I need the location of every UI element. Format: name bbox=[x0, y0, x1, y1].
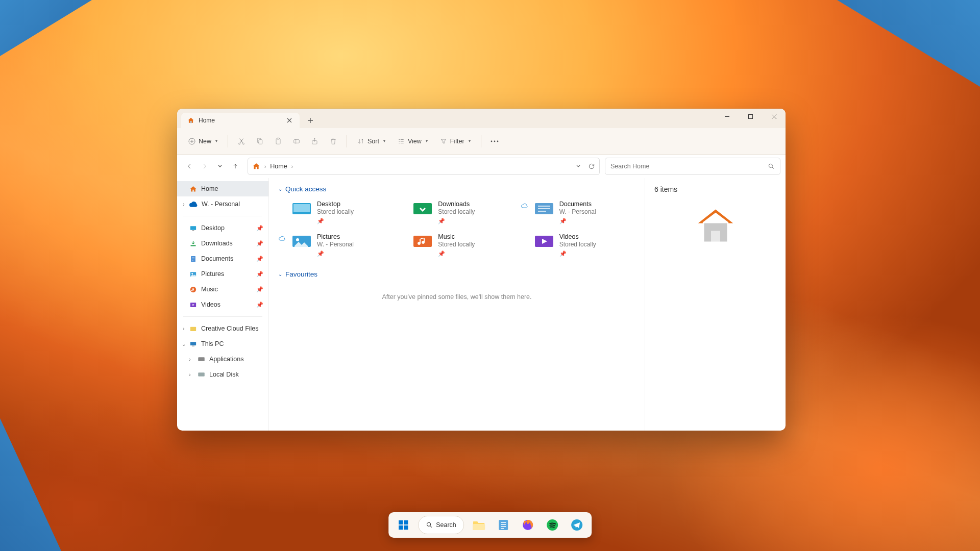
svg-rect-24 bbox=[192, 345, 194, 346]
section-favourites[interactable]: ⌄ Favourites bbox=[278, 270, 635, 278]
up-button[interactable] bbox=[228, 159, 242, 173]
toolbar-separator bbox=[228, 135, 228, 147]
cut-button[interactable] bbox=[233, 134, 250, 148]
taskbar-telegram[interactable] bbox=[567, 515, 586, 535]
item-count: 6 items bbox=[654, 185, 776, 193]
close-window-button[interactable] bbox=[762, 109, 786, 124]
folder-icon bbox=[189, 325, 197, 333]
home-icon bbox=[252, 162, 260, 170]
filter-button[interactable]: Filter▾ bbox=[435, 135, 476, 148]
sidebar-item-desktop[interactable]: Desktop📌 bbox=[177, 220, 268, 236]
sidebar-item-label: Applications bbox=[209, 356, 243, 363]
new-tab-button[interactable] bbox=[303, 113, 318, 128]
address-bar[interactable]: › Home › bbox=[248, 158, 600, 175]
sidebar-item-local-disk[interactable]: ›Local Disk bbox=[177, 367, 268, 382]
sidebar-item-this-pc[interactable]: ⌄This PC bbox=[177, 336, 268, 352]
sidebar-item-onedrive[interactable]: › W. - Personal bbox=[177, 196, 268, 212]
maximize-button[interactable] bbox=[739, 109, 762, 124]
pin-icon: 📌 bbox=[559, 250, 596, 257]
sidebar-item-label: Music bbox=[201, 286, 218, 293]
pin-icon: 📌 bbox=[256, 240, 263, 247]
more-button[interactable] bbox=[486, 137, 503, 145]
pin-icon: 📌 bbox=[256, 271, 263, 278]
forward-button[interactable] bbox=[198, 159, 212, 173]
taskbar-notepad[interactable] bbox=[494, 515, 513, 535]
chevron-down-icon: ⌄ bbox=[180, 341, 187, 347]
sync-badge bbox=[521, 233, 529, 236]
recent-button[interactable] bbox=[213, 159, 227, 173]
start-button[interactable] bbox=[394, 515, 413, 535]
paste-icon bbox=[274, 137, 282, 145]
chevron-right-icon: › bbox=[264, 164, 266, 169]
paste-button[interactable] bbox=[270, 134, 286, 148]
search-box[interactable] bbox=[605, 158, 780, 175]
documents-folder-icon bbox=[534, 200, 554, 216]
refresh-icon[interactable] bbox=[588, 163, 595, 170]
sidebar-item-home[interactable]: Home bbox=[177, 181, 268, 196]
sidebar-item-label: Downloads bbox=[201, 240, 233, 247]
item-location: Stored locally bbox=[438, 208, 475, 216]
search-input[interactable] bbox=[610, 163, 764, 170]
sidebar-item-videos[interactable]: Videos📌 bbox=[177, 297, 268, 312]
sidebar-item-creative-cloud[interactable]: ›Creative Cloud Files bbox=[177, 321, 268, 336]
svg-rect-29 bbox=[413, 203, 432, 214]
share-button[interactable] bbox=[307, 134, 323, 148]
tab-home[interactable]: Home bbox=[181, 113, 300, 128]
copy-button[interactable] bbox=[252, 134, 268, 148]
item-name: Pictures bbox=[317, 233, 354, 241]
chevron-right-icon: › bbox=[180, 202, 187, 207]
new-button[interactable]: New▾ bbox=[183, 135, 223, 148]
chevron-right-icon: › bbox=[186, 372, 193, 378]
chevron-down-icon bbox=[217, 164, 223, 169]
firefox-icon bbox=[522, 519, 534, 531]
view-icon bbox=[398, 138, 405, 145]
section-quick-access[interactable]: ⌄ Quick access bbox=[278, 185, 635, 193]
taskbar-spotify[interactable] bbox=[543, 515, 562, 535]
notepad-icon bbox=[498, 519, 509, 531]
svg-rect-37 bbox=[404, 520, 408, 524]
taskbar-firefox[interactable] bbox=[518, 515, 537, 535]
rename-button[interactable] bbox=[288, 134, 305, 148]
new-icon bbox=[188, 138, 195, 145]
quick-access-item[interactable]: Music Stored locally 📌 bbox=[399, 231, 514, 259]
taskbar-explorer[interactable] bbox=[469, 515, 488, 535]
sidebar-item-label: Videos bbox=[201, 301, 220, 308]
arrow-right-icon bbox=[201, 163, 208, 170]
quick-access-item[interactable]: Desktop Stored locally 📌 bbox=[278, 198, 393, 227]
svg-rect-15 bbox=[192, 230, 194, 231]
sidebar-item-applications[interactable]: ›Applications bbox=[177, 352, 268, 367]
delete-button[interactable] bbox=[325, 134, 341, 148]
breadcrumb-home[interactable]: Home bbox=[270, 163, 287, 170]
item-name: Music bbox=[438, 233, 475, 241]
svg-rect-39 bbox=[404, 525, 408, 530]
close-icon bbox=[287, 118, 292, 123]
item-name: Documents bbox=[559, 200, 596, 208]
close-icon bbox=[771, 114, 777, 119]
sidebar-item-pictures[interactable]: Pictures📌 bbox=[177, 266, 268, 282]
quick-access-item[interactable]: Documents W. - Personal 📌 bbox=[521, 198, 635, 227]
taskbar-search[interactable]: Search bbox=[418, 516, 464, 534]
pin-icon: 📌 bbox=[256, 302, 263, 308]
sort-button[interactable]: Sort▾ bbox=[352, 135, 390, 148]
sidebar-item-music[interactable]: Music📌 bbox=[177, 282, 268, 297]
music-folder-icon bbox=[412, 233, 433, 249]
back-button[interactable] bbox=[182, 159, 197, 173]
tab-close-button[interactable] bbox=[285, 116, 293, 124]
rename-icon bbox=[292, 137, 301, 145]
sidebar-item-downloads[interactable]: Downloads📌 bbox=[177, 236, 268, 251]
sidebar-item-label: Pictures bbox=[201, 270, 224, 278]
sync-badge bbox=[521, 200, 529, 208]
chevron-down-icon[interactable] bbox=[576, 164, 581, 169]
sidebar-item-documents[interactable]: Documents📌 bbox=[177, 251, 268, 266]
sidebar-item-label: W. - Personal bbox=[202, 201, 240, 208]
minimize-button[interactable] bbox=[715, 109, 739, 124]
folder-icon bbox=[472, 519, 485, 531]
view-button[interactable]: View▾ bbox=[393, 135, 433, 148]
quick-access-item[interactable]: Downloads Stored locally 📌 bbox=[399, 198, 514, 227]
quick-access-item[interactable]: Videos Stored locally 📌 bbox=[521, 231, 635, 259]
minimize-icon bbox=[724, 114, 730, 119]
chevron-right-icon: › bbox=[186, 357, 193, 362]
svg-point-32 bbox=[296, 238, 299, 241]
svg-rect-35 bbox=[711, 231, 720, 242]
quick-access-item[interactable]: Pictures W. - Personal 📌 bbox=[278, 231, 393, 259]
